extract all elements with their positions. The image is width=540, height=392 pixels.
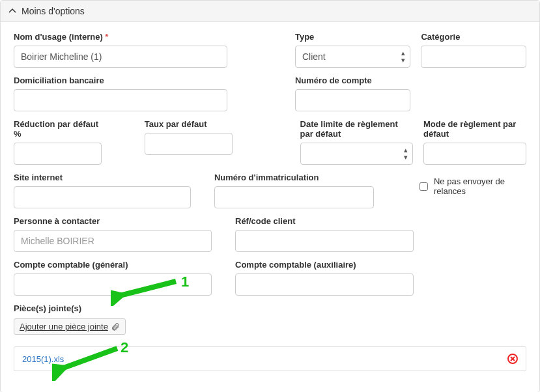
chevron-up-icon — [8, 7, 16, 15]
add-attachment-label: Ajouter une pièce jointe — [20, 322, 108, 331]
options-panel: Moins d'options Nom d'usage (interne) * … — [0, 0, 540, 392]
panel-toggle[interactable]: Moins d'options — [1, 1, 539, 22]
default-discount-input[interactable] — [14, 143, 102, 165]
label-type: Type — [295, 32, 410, 42]
contact-input[interactable] — [14, 230, 212, 252]
internal-name-input[interactable] — [14, 46, 227, 68]
label-website: Site internet — [14, 173, 191, 182]
label-ref-code: Réf/code client — [235, 216, 414, 226]
label-bank: Domiciliation bancaire — [14, 76, 227, 85]
default-payment-input[interactable] — [423, 143, 526, 165]
attachment-row: 2015(1).xls — [14, 346, 526, 371]
no-reminders-input[interactable] — [419, 182, 428, 191]
category-input[interactable] — [421, 46, 526, 68]
ledger-general-input[interactable] — [14, 273, 212, 296]
label-contact: Personne à contacter — [14, 216, 212, 226]
label-attachments: Pièce(s) jointe(s) — [14, 303, 526, 313]
ledger-aux-input[interactable] — [235, 273, 414, 296]
paperclip-icon — [111, 322, 120, 331]
panel-body: Nom d'usage (interne) * Type Client ▴▾ — [1, 22, 539, 392]
default-due-select[interactable] — [300, 143, 413, 165]
label-account-no: Numéro de compte — [295, 76, 410, 85]
label-default-discount: Réduction par défaut % — [14, 119, 102, 139]
label-default-rate: Taux par défaut — [145, 119, 233, 129]
attachment-link[interactable]: 2015(1).xls — [22, 354, 64, 364]
add-attachment-button[interactable]: Ajouter une pièce jointe — [14, 318, 126, 335]
no-reminders-label: Ne pas envoyer de relances — [434, 176, 526, 196]
label-internal-name: Nom d'usage (interne) * — [14, 32, 227, 42]
label-registration-no: Numéro d'immatriculation — [214, 173, 374, 182]
registration-no-input[interactable] — [214, 186, 374, 208]
ref-code-input[interactable] — [235, 230, 414, 252]
label-ledger-aux: Compte comptable (auxiliaire) — [235, 260, 414, 270]
label-category: Catégorie — [421, 32, 526, 42]
label-default-due: Date limite de règlement par défaut — [300, 119, 413, 139]
no-reminders-checkbox[interactable]: Ne pas envoyer de relances — [417, 176, 526, 196]
website-input[interactable] — [14, 186, 191, 208]
account-no-input[interactable] — [295, 89, 410, 111]
label-ledger-general: Compte comptable (général) — [14, 260, 212, 270]
delete-icon[interactable] — [507, 354, 518, 364]
panel-title: Moins d'options — [21, 6, 85, 16]
required-asterisk: * — [105, 32, 108, 42]
bank-input[interactable] — [14, 89, 227, 111]
type-select[interactable]: Client — [295, 46, 410, 68]
label-default-payment: Mode de règlement par défaut — [423, 119, 526, 139]
default-rate-input[interactable] — [145, 133, 233, 155]
